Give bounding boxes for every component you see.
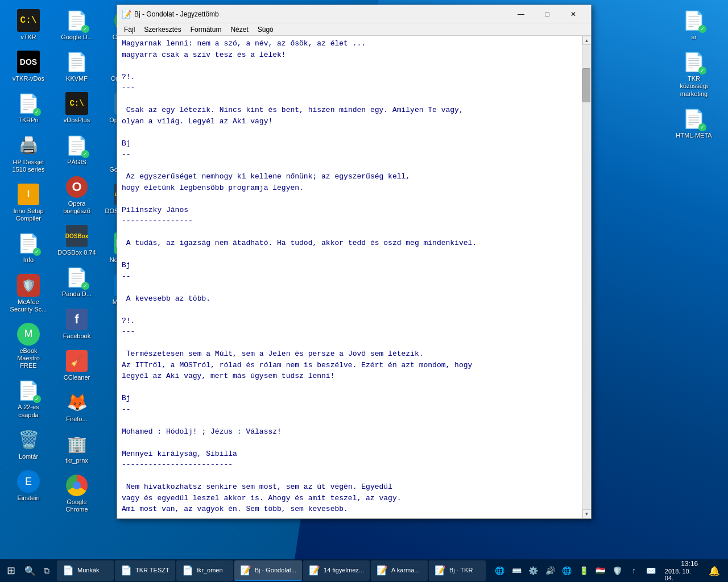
- language-icon[interactable]: 🌐: [493, 559, 507, 582]
- desktop-icon-vtkr-vdos[interactable]: DOS vTKR-vDos: [6, 47, 51, 86]
- desktop-icon-tkrprnx[interactable]: 🏢 tkr_prnx: [54, 429, 100, 468]
- desktop-icon-opera[interactable]: O Opera böngésző: [54, 172, 100, 218]
- info-label: Info: [23, 256, 34, 264]
- chrome-icon: [66, 475, 88, 496]
- googled1-label: Google D...: [61, 34, 93, 41]
- desktop-icon-dosbox[interactable]: DOSBox DOSBox 0.74: [54, 221, 100, 260]
- menu-view[interactable]: Nézet: [226, 24, 253, 35]
- network-icon[interactable]: 🌐: [560, 559, 574, 582]
- taskbar-app-list: 📄 Munkák 📄 TKR TESZT 📄 tkr_omen 📝 Bj - G…: [55, 560, 488, 581]
- desktop-icon-facebook[interactable]: f Facebook: [54, 305, 100, 343]
- desktop-icon-pagis[interactable]: 📄 ✓ PÁGIS: [54, 131, 100, 169]
- desktop-icon-einstein[interactable]: E Einstein: [6, 467, 51, 505]
- munkak-icon: 📄: [63, 565, 74, 576]
- scroll-up-arrow[interactable]: ▲: [582, 36, 592, 45]
- karma-icon: 📝: [377, 565, 388, 576]
- settings-icon[interactable]: ⚙️: [526, 559, 540, 582]
- sr-label: sr: [691, 34, 696, 41]
- desktop-icon-kkvmf[interactable]: 📄 KKVMF: [54, 47, 100, 86]
- clock-time: 13:16: [681, 560, 698, 568]
- taskbar-app-munkak[interactable]: 📄 Munkák: [57, 560, 114, 581]
- desktop-icon-ccleaner[interactable]: 🧹 CCleaner: [54, 346, 100, 385]
- scroll-track[interactable]: [582, 45, 591, 509]
- window-controls: — □ ✕: [508, 5, 586, 23]
- tkr-teszt-label: TKR TESZT: [135, 567, 169, 573]
- lomtar-icon: 🗑️: [18, 430, 39, 450]
- flag-icon[interactable]: 🇭🇺: [593, 559, 607, 582]
- desktop-icon-tkr-community[interactable]: 📄 ✓ TKR közösségi marketing: [671, 47, 717, 101]
- desktop: C:\ vTKR DOS vTKR-vDos 📄 ✓ TKRPri 🖨️ HP …: [0, 0, 728, 582]
- desktop-icon-vdosplus[interactable]: C:\ vDosPlus: [54, 89, 100, 127]
- taskbar-app-bj-gondolat[interactable]: 📝 Bj - Gondolat...: [234, 560, 302, 581]
- desktop-icon-sr[interactable]: 📄 ✓ sr: [671, 6, 717, 44]
- lomtar-label: Lomtár: [19, 453, 38, 460]
- karma-label: A karma...: [391, 567, 420, 573]
- start-button[interactable]: ⊞: [0, 559, 22, 582]
- maximize-button[interactable]: □: [534, 5, 560, 23]
- desktop-icon-mcafee[interactable]: 🛡️ McAfee Security Sc...: [6, 271, 51, 317]
- facebook-label: Facebook: [63, 332, 90, 340]
- task-view-button[interactable]: ⧉: [38, 559, 55, 582]
- community-label: TKR közösségi marketing: [673, 75, 714, 98]
- desktop-icon-inno[interactable]: I Inno Setup Compiler: [6, 180, 51, 226]
- vdosplus-label: vDosPlus: [64, 117, 90, 124]
- a22-label: A 22-es csapda: [8, 404, 49, 418]
- desktop-icon-lomtar[interactable]: 🗑️ Lomtár: [6, 425, 51, 464]
- vdosplus-icon: C:\: [65, 92, 88, 115]
- search-button[interactable]: 🔍: [22, 559, 38, 582]
- chrome-label: Google Chrome: [56, 498, 97, 513]
- kkvmf-label: KKVMF: [66, 75, 88, 82]
- desktop-icon-googled1[interactable]: 📄 ✓ Google D...: [54, 6, 100, 44]
- building-icon: 🏢: [67, 435, 87, 454]
- mail-icon[interactable]: ✉️: [643, 559, 657, 582]
- menu-edit[interactable]: Szerkesztés: [139, 24, 185, 35]
- taskbar-app-tkr-teszt[interactable]: 📄 TKR TESZT: [115, 560, 175, 581]
- taskbar-app-bj-tkr[interactable]: 📝 Bj - TKR: [429, 560, 486, 581]
- inno-icon: I: [18, 184, 39, 205]
- taskbar: ⊞ 🔍 ⧉ 📄 Munkák 📄 TKR TESZT 📄 tkr_omen 📝 …: [0, 559, 728, 582]
- clock-date: 2018. 10. 04.: [665, 568, 698, 581]
- desktop-icon-vtkr[interactable]: C:\ vTKR: [6, 6, 51, 44]
- desktop-icon-info[interactable]: 📄 ✓ Info: [6, 228, 51, 267]
- taskbar-app-14-figyelm[interactable]: 📝 14 figyelmez...: [303, 560, 370, 581]
- volume-icon[interactable]: 🔊: [543, 559, 557, 582]
- desktop-icon-hp[interactable]: 🖨️ HP Deskjet 1510 series: [6, 131, 51, 177]
- antivirus-icon[interactable]: 🛡️: [610, 559, 624, 582]
- desktop-icon-firefox[interactable]: 🦊 Firefo...: [54, 388, 100, 426]
- hp-label: HP Deskjet 1510 series: [8, 159, 49, 173]
- dosbox-icon: DOSBox: [66, 225, 88, 247]
- notepad-content-area: ▲ ▼: [117, 36, 591, 518]
- desktop-icon-ebook[interactable]: M eBook Maestro FREE: [6, 319, 51, 373]
- minimize-button[interactable]: —: [508, 5, 534, 23]
- opera-label: Opera böngésző: [56, 200, 97, 215]
- battery-icon[interactable]: 🔋: [576, 559, 590, 582]
- keyboard-icon[interactable]: ⌨️: [509, 559, 523, 582]
- menu-help[interactable]: Súgó: [253, 24, 278, 35]
- desktop-icon-a22[interactable]: 📄 ✓ A 22-es csapda: [6, 376, 51, 422]
- vertical-scrollbar[interactable]: ▲ ▼: [582, 36, 591, 518]
- taskbar-app-a-karma[interactable]: 📝 A karma...: [371, 560, 428, 581]
- ebook-label: eBook Maestro FREE: [8, 347, 49, 370]
- menu-file[interactable]: Fájl: [119, 24, 139, 35]
- desktop-icon-html-meta[interactable]: 📄 ✓ HTML-META: [671, 104, 717, 143]
- scroll-down-arrow[interactable]: ▼: [582, 509, 592, 518]
- html-meta-label: HTML-META: [676, 132, 712, 139]
- desktop-icon-chrome[interactable]: Google Chrome: [54, 471, 100, 517]
- opera-icon: O: [66, 176, 88, 198]
- dosbox-label: DOSBox 0.74: [57, 249, 96, 256]
- figyelm-icon: 📝: [309, 565, 320, 576]
- update-icon[interactable]: ↑: [627, 559, 641, 582]
- window-titlebar: 📝 Bj - Gondolat - Jegyzettömb — □ ✕: [117, 5, 591, 23]
- ccleaner-label: CCleaner: [64, 374, 90, 381]
- desktop-icon-panda[interactable]: 📄 ✓ Panda D...: [54, 263, 100, 301]
- taskbar-app-tkr-omen[interactable]: 📄 tkr_omen: [176, 560, 233, 581]
- scroll-thumb[interactable]: [582, 68, 590, 102]
- menu-format[interactable]: Formátum: [186, 24, 226, 35]
- system-clock[interactable]: 13:16 2018. 10. 04.: [660, 560, 702, 581]
- close-button[interactable]: ✕: [560, 5, 586, 23]
- desktop-icon-tkrpri[interactable]: 📄 ✓ TKRPri: [6, 89, 51, 127]
- window-title: Bj - Gondolat - Jegyzettömb: [134, 10, 508, 18]
- notification-icon[interactable]: 🔔: [705, 559, 723, 582]
- notepad-textarea[interactable]: [117, 36, 582, 518]
- right-icon-area: 📄 ✓ sr 📄 ✓ TKR közösségi marketing 📄 ✓ H…: [671, 6, 722, 143]
